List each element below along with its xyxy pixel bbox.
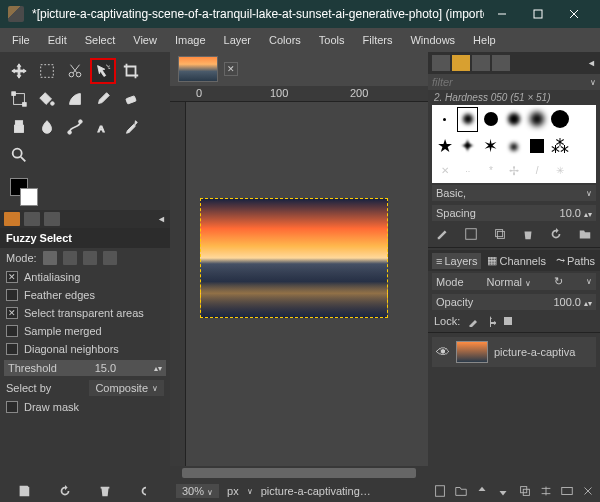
text-tool[interactable]: A [90, 114, 116, 140]
lock-pixels-icon[interactable] [466, 315, 478, 327]
brush-tool[interactable] [90, 86, 116, 112]
menu-help[interactable]: Help [465, 32, 504, 48]
close-button[interactable] [556, 0, 592, 28]
select-by-dropdown[interactable]: Composite ∨ [89, 380, 164, 396]
menu-colors[interactable]: Colors [261, 32, 309, 48]
menu-tools[interactable]: Tools [311, 32, 353, 48]
menu-view[interactable]: View [125, 32, 165, 48]
tool-options-tab[interactable] [4, 212, 20, 226]
undo-history-tab[interactable] [44, 212, 60, 226]
restore-options-icon[interactable] [58, 484, 72, 498]
image-content[interactable] [200, 198, 388, 318]
mode-intersect[interactable] [103, 251, 117, 265]
rect-select-tool[interactable] [34, 58, 60, 84]
panel-menu-icon[interactable]: ◄ [157, 214, 166, 224]
menu-file[interactable]: File [4, 32, 38, 48]
layer-item[interactable]: 👁 picture-a-captiva [432, 337, 596, 367]
zoom-dropdown[interactable]: 30% ∨ [176, 484, 219, 498]
delete-brush-icon[interactable] [521, 227, 535, 241]
menu-image[interactable]: Image [167, 32, 214, 48]
raise-layer-icon[interactable] [475, 484, 489, 498]
mask-layer-icon[interactable] [560, 484, 574, 498]
color-swatches[interactable] [0, 174, 170, 210]
duplicate-brush-icon[interactable] [493, 227, 507, 241]
history-tab[interactable] [492, 55, 510, 71]
brush-preset-dropdown[interactable]: Basic,∨ [432, 185, 596, 201]
mode-subtract[interactable] [83, 251, 97, 265]
diagonal-option[interactable]: Diagonal neighbors [0, 340, 170, 358]
antialiasing-option[interactable]: ✕Antialiasing [0, 268, 170, 286]
menu-windows[interactable]: Windows [402, 32, 463, 48]
paths-tab[interactable]: ⤳Paths [552, 252, 599, 269]
layer-name[interactable]: picture-a-captiva [494, 346, 575, 358]
close-image-button[interactable]: ✕ [224, 62, 238, 76]
device-status-tab[interactable] [24, 212, 40, 226]
fuzzy-select-tool[interactable] [90, 58, 116, 84]
menu-edit[interactable]: Edit [40, 32, 75, 48]
transform-tool[interactable] [6, 86, 32, 112]
clone-tool[interactable] [6, 114, 32, 140]
mode-replace[interactable] [43, 251, 57, 265]
fonts-tab[interactable] [472, 55, 490, 71]
new-layer-icon[interactable] [433, 484, 447, 498]
delete-layer-icon[interactable] [581, 484, 595, 498]
zoom-tool[interactable] [6, 142, 32, 168]
menu-filters[interactable]: Filters [355, 32, 401, 48]
merge-layer-icon[interactable] [539, 484, 553, 498]
feather-option[interactable]: Feather edges [0, 286, 170, 304]
brush-grid[interactable]: ★ ✦ ✶ ● ⁂ ✕ ·· * ✢ / ✳ [432, 105, 596, 183]
ruler-horizontal[interactable]: 0 100 200 [170, 86, 428, 102]
tool-options-panel: Mode: ✕Antialiasing Feather edges ✕Selec… [0, 248, 170, 480]
mode-dropdown[interactable]: Normal ∨ [487, 276, 532, 288]
eraser-tool[interactable] [118, 86, 144, 112]
eyedropper-tool[interactable] [118, 114, 144, 140]
spacing-slider[interactable]: Spacing 10.0 ▴▾ [432, 205, 596, 221]
reset-mode-icon[interactable]: ↻ [554, 275, 563, 288]
layer-group-icon[interactable] [454, 484, 468, 498]
image-tab-thumbnail[interactable] [178, 56, 218, 82]
panel-menu-icon[interactable]: ◄ [587, 58, 596, 68]
menu-select[interactable]: Select [77, 32, 124, 48]
gradient-tool[interactable] [62, 86, 88, 112]
minimize-button[interactable] [484, 0, 520, 28]
mode-add[interactable] [63, 251, 77, 265]
chevron-down-icon[interactable]: ∨ [590, 78, 596, 87]
save-options-icon[interactable] [17, 484, 31, 498]
stepper-icon[interactable]: ▴▾ [154, 364, 162, 373]
refresh-brush-icon[interactable] [549, 227, 563, 241]
smudge-tool[interactable] [34, 114, 60, 140]
path-tool[interactable] [62, 114, 88, 140]
bucket-tool[interactable] [34, 86, 60, 112]
new-brush-icon[interactable] [464, 227, 478, 241]
delete-options-icon[interactable] [98, 484, 112, 498]
patterns-tab[interactable] [452, 55, 470, 71]
brushes-tab[interactable] [432, 55, 450, 71]
scissors-tool[interactable] [62, 58, 88, 84]
crop-tool[interactable] [118, 58, 144, 84]
sample-merged-option[interactable]: Sample merged [0, 322, 170, 340]
maximize-button[interactable] [520, 0, 556, 28]
draw-mask-option[interactable]: Draw mask [0, 398, 170, 416]
opacity-slider[interactable]: Opacity 100.0 ▴▾ [432, 294, 596, 310]
layers-tab[interactable]: ≡Layers [432, 253, 481, 269]
reset-options-icon[interactable] [139, 484, 153, 498]
lock-position-icon[interactable] [484, 315, 496, 327]
background-color[interactable] [20, 188, 38, 206]
menu-layer[interactable]: Layer [216, 32, 260, 48]
scrollbar-horizontal[interactable] [170, 466, 428, 480]
unit-label[interactable]: px [227, 485, 239, 497]
channels-tab[interactable]: ▦Channels [483, 252, 549, 269]
edit-brush-icon[interactable] [436, 227, 450, 241]
layer-thumbnail[interactable] [456, 341, 488, 363]
open-brush-icon[interactable] [578, 227, 592, 241]
transparent-option[interactable]: ✕Select transparent areas [0, 304, 170, 322]
ruler-vertical[interactable] [170, 102, 186, 466]
duplicate-layer-icon[interactable] [518, 484, 532, 498]
filter-input[interactable] [432, 76, 590, 88]
move-tool[interactable] [6, 58, 32, 84]
canvas[interactable] [186, 102, 428, 466]
lock-alpha-icon[interactable] [502, 315, 514, 327]
threshold-slider[interactable]: Threshold 15.0 ▴▾ [4, 360, 166, 376]
lower-layer-icon[interactable] [496, 484, 510, 498]
visibility-icon[interactable]: 👁 [436, 344, 450, 360]
